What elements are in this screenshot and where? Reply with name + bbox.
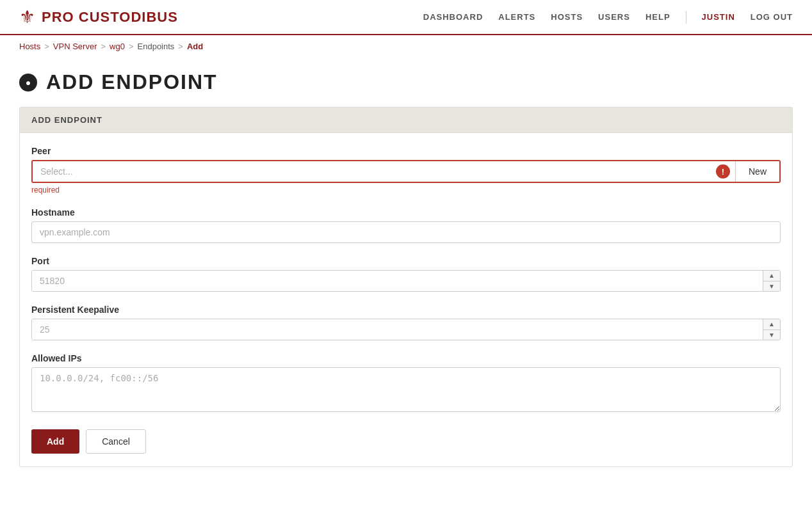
nav-user: JUSTIN xyxy=(702,12,735,22)
peer-select-input[interactable] xyxy=(33,161,711,182)
logo-text: PRO CUSTODIBUS xyxy=(42,9,178,26)
peer-label: Peer xyxy=(31,146,781,156)
breadcrumb-add: Add xyxy=(187,42,203,51)
nav-users[interactable]: USERS xyxy=(598,12,630,22)
page-title-icon: ● xyxy=(19,74,37,91)
form-buttons: Add Cancel xyxy=(31,429,781,454)
port-spinner-wrap: ▲ ▼ xyxy=(31,270,781,292)
nav-logout[interactable]: LOG OUT xyxy=(751,12,793,22)
header: ⚜ PRO CUSTODIBUS DASHBOARD ALERTS HOSTS … xyxy=(0,0,812,35)
nav-divider xyxy=(686,11,686,24)
keepalive-spinner-buttons: ▲ ▼ xyxy=(763,319,780,340)
peer-new-button[interactable]: New xyxy=(735,161,779,182)
breadcrumb-wg0[interactable]: wg0 xyxy=(110,42,125,51)
add-button[interactable]: Add xyxy=(31,429,79,454)
port-increment-button[interactable]: ▲ xyxy=(763,271,780,281)
hostname-group: Hostname xyxy=(31,207,781,243)
card-header: ADD ENDPOINT xyxy=(20,107,792,133)
peer-warning-icon: ! xyxy=(716,164,730,179)
breadcrumb: Hosts > VPN Server > wg0 > Endpoints > A… xyxy=(0,35,812,58)
peer-required-text: required xyxy=(31,186,781,195)
breadcrumb-sep-1: > xyxy=(44,42,49,51)
breadcrumb-sep-2: > xyxy=(101,42,106,51)
add-endpoint-card: ADD ENDPOINT Peer ! New required Hostnam… xyxy=(19,107,793,467)
main-nav: DASHBOARD ALERTS HOSTS USERS HELP JUSTIN… xyxy=(423,11,793,24)
keepalive-spinner-wrap: ▲ ▼ xyxy=(31,319,781,340)
keepalive-decrement-button[interactable]: ▼ xyxy=(763,330,780,340)
peer-highlight-box: ! New xyxy=(31,160,781,183)
port-group: Port ▲ ▼ xyxy=(31,256,781,292)
keepalive-label: Persistent Keepalive xyxy=(31,305,781,315)
nav-dashboard[interactable]: DASHBOARD xyxy=(423,12,483,22)
allowed-ips-group: Allowed IPs xyxy=(31,353,781,414)
peer-group: Peer ! New required xyxy=(31,146,781,195)
allowed-ips-textarea[interactable] xyxy=(31,367,781,412)
logo: ⚜ PRO CUSTODIBUS xyxy=(19,6,178,28)
port-spinner-buttons: ▲ ▼ xyxy=(763,271,780,291)
keepalive-group: Persistent Keepalive ▲ ▼ xyxy=(31,305,781,340)
port-label: Port xyxy=(31,256,781,266)
nav-hosts[interactable]: HOSTS xyxy=(551,12,583,22)
hostname-label: Hostname xyxy=(31,207,781,218)
breadcrumb-hosts[interactable]: Hosts xyxy=(19,42,40,51)
logo-icon: ⚜ xyxy=(19,6,35,28)
cancel-button[interactable]: Cancel xyxy=(86,429,146,454)
card-body: Peer ! New required Hostname Port xyxy=(20,133,792,466)
breadcrumb-endpoints: Endpoints xyxy=(138,42,175,51)
port-decrement-button[interactable]: ▼ xyxy=(763,282,780,292)
nav-alerts[interactable]: ALERTS xyxy=(498,12,535,22)
page-title-area: ● ADD ENDPOINT xyxy=(0,58,812,107)
breadcrumb-sep-4: > xyxy=(178,42,183,51)
peer-warning-area: ! xyxy=(711,161,735,182)
keepalive-increment-button[interactable]: ▲ xyxy=(763,319,780,329)
allowed-ips-label: Allowed IPs xyxy=(31,353,781,363)
keepalive-input[interactable] xyxy=(32,319,763,340)
breadcrumb-vpnserver[interactable]: VPN Server xyxy=(53,42,97,51)
port-input[interactable] xyxy=(32,271,763,291)
page-title: ADD ENDPOINT xyxy=(46,70,218,94)
breadcrumb-sep-3: > xyxy=(129,42,134,51)
nav-help[interactable]: HELP xyxy=(646,12,670,22)
record-icon: ● xyxy=(26,77,31,88)
hostname-input[interactable] xyxy=(31,221,781,243)
